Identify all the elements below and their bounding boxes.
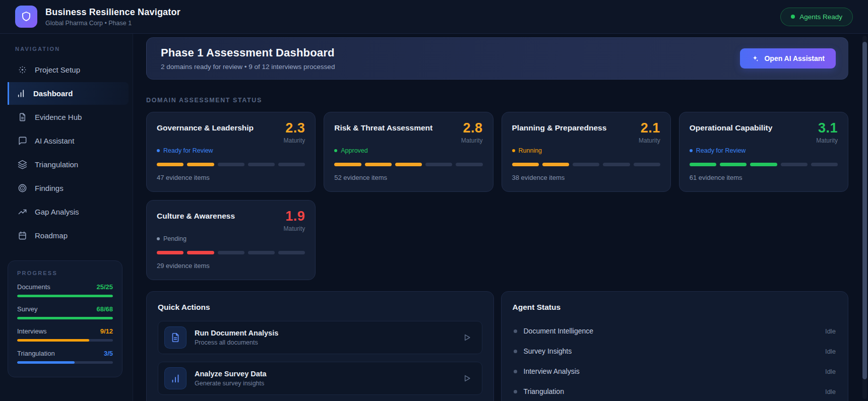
segment-empty [425, 163, 452, 166]
maturity-segment-bar [157, 251, 305, 254]
page-subtitle: 2 domains ready for review • 9 of 12 int… [161, 63, 335, 71]
sidebar-item-ai-assistant[interactable]: AI Assistant [0, 129, 129, 152]
domain-title: Culture & Awareness [157, 211, 235, 221]
agent-row-survey-insights: Survey Insights Idle [513, 341, 837, 361]
agent-state: Idle [825, 368, 836, 375]
sidebar-item-roadmap[interactable]: Roadmap [0, 224, 129, 247]
play-icon[interactable] [459, 330, 475, 345]
sidebar-item-label: AI Assistant [35, 137, 74, 145]
progress-value: 68/68 [96, 305, 113, 313]
domain-status: Running [512, 147, 660, 154]
sidebar-item-label: Project Setup [35, 65, 80, 74]
domain-status-label: Approved [341, 147, 368, 154]
progress-item-interviews: Interviews 9/12 [17, 327, 113, 342]
action-run-document-analysis[interactable]: Run Document Analysis Process all docume… [158, 321, 482, 354]
agent-name: Triangulation [524, 387, 819, 395]
agent-status-dot [514, 350, 517, 353]
domain-title: Risk & Threat Assessment [334, 122, 432, 132]
maturity-score: 2.8 [461, 120, 483, 136]
agent-state: Idle [825, 327, 836, 335]
segment-empty [573, 163, 599, 166]
maturity-segment-bar [157, 163, 305, 166]
sidebar-item-label: Evidence Hub [35, 113, 82, 121]
domain-status-label: Ready for Review [696, 147, 746, 154]
domain-card-risk-threat[interactable]: Risk & Threat Assessment 2.8 Maturity Ap… [324, 112, 493, 192]
domain-card-governance-leadership[interactable]: Governance & Leadership 2.3 Maturity Rea… [146, 112, 316, 192]
domain-card-culture-awareness[interactable]: Culture & Awareness 1.9 Maturity Pending… [146, 200, 316, 280]
progress-section-label: PROGRESS [17, 270, 113, 276]
maturity-score: 3.1 [816, 120, 838, 136]
segment-empty [456, 163, 482, 166]
bar-chart-icon [16, 89, 26, 98]
progress-bar-fill [17, 317, 113, 319]
sidebar-item-label: Dashboard [33, 89, 73, 98]
segment-filled [750, 163, 777, 166]
agent-row-document-intelligence: Document Intelligence Idle [513, 321, 837, 341]
agent-state: Idle [825, 348, 836, 355]
document-icon [18, 112, 27, 122]
sidebar-item-findings[interactable]: Findings [0, 177, 129, 199]
bar-chart-icon [164, 367, 187, 389]
play-icon[interactable] [459, 371, 475, 385]
agent-status-dot [514, 329, 517, 333]
evidence-count: 29 evidence items [157, 262, 305, 270]
domain-cards-row-1: Governance & Leadership 2.3 Maturity Rea… [146, 112, 848, 192]
segment-empty [603, 163, 630, 166]
scrollbar-track[interactable] [862, 36, 867, 399]
sidebar-item-gap-analysis[interactable]: Gap Analysis [0, 201, 129, 223]
agent-name: Interview Analysis [524, 367, 819, 375]
progress-name: Interviews [17, 327, 47, 335]
page-header-banner: Phase 1 Assessment Dashboard 2 domains r… [146, 37, 848, 80]
segment-empty [634, 163, 660, 166]
domain-status: Ready for Review [690, 147, 838, 154]
domain-title: Operational Capability [690, 122, 773, 132]
maturity-segment-bar [512, 163, 660, 166]
domain-title: Governance & Leadership [157, 122, 254, 132]
sidebar-item-triangulation[interactable]: Triangulation [0, 153, 129, 176]
sidebar-item-dashboard[interactable]: Dashboard [8, 82, 129, 105]
progress-value: 9/12 [100, 327, 113, 335]
action-analyze-survey-data[interactable]: Analyze Survey Data Generate survey insi… [158, 362, 482, 395]
domain-card-operational-capability[interactable]: Operational Capability 3.1 Maturity Read… [679, 112, 848, 192]
agent-name: Document Intelligence [524, 327, 819, 335]
navigation-section-label: NAVIGATION [15, 46, 133, 52]
sidebar: NAVIGATION Project Setup Dashboard Evide… [0, 34, 133, 401]
scrollbar-thumb[interactable] [862, 42, 867, 379]
agents-ready-badge[interactable]: Agents Ready [780, 8, 853, 26]
quick-actions-title: Quick Actions [158, 303, 482, 312]
status-dot [512, 149, 515, 152]
agent-status-dot [514, 370, 517, 373]
progress-panel: PROGRESS Documents 25/25 Survey 68/68 [8, 260, 122, 377]
agent-state: Idle [825, 388, 836, 395]
segment-empty [218, 251, 244, 254]
maturity-label: Maturity [284, 137, 305, 144]
agent-row-triangulation: Triangulation Idle [513, 381, 837, 401]
agent-status-title: Agent Status [513, 303, 837, 312]
domain-status: Ready for Review [157, 147, 305, 154]
segment-filled [334, 163, 361, 166]
progress-bar-track [17, 339, 113, 342]
domain-card-planning-preparedness[interactable]: Planning & Preparedness 2.1 Maturity Run… [502, 112, 671, 192]
quick-actions-panel: Quick Actions Run Document Analysis Proc… [146, 291, 494, 401]
evidence-count: 38 evidence items [512, 174, 660, 181]
domain-status: Approved [334, 147, 482, 154]
app-titles: Business Resilience Navigator Global Pha… [45, 7, 180, 27]
status-dot [157, 237, 160, 240]
sidebar-item-evidence-hub[interactable]: Evidence Hub [0, 106, 129, 128]
sidebar-item-project-setup[interactable]: Project Setup [0, 58, 129, 81]
sparkle-sun-icon [18, 65, 27, 75]
layers-icon [18, 160, 27, 169]
app-logo [15, 6, 37, 28]
segment-empty [781, 163, 808, 166]
maturity-score: 2.3 [284, 120, 305, 136]
progress-bar-fill [17, 361, 75, 364]
app-root: Business Resilience Navigator Global Pha… [0, 0, 868, 401]
progress-value: 25/25 [96, 283, 113, 291]
segment-empty [278, 251, 305, 254]
domain-status-label: Pending [163, 235, 187, 242]
open-ai-assistant-button[interactable]: Open AI Assistant [740, 48, 836, 69]
agent-row-interview-analysis: Interview Analysis Idle [513, 361, 837, 381]
domain-cards-row-2: Culture & Awareness 1.9 Maturity Pending… [146, 200, 848, 280]
progress-bar-track [17, 361, 113, 364]
action-subtitle: Generate survey insights [195, 380, 451, 387]
